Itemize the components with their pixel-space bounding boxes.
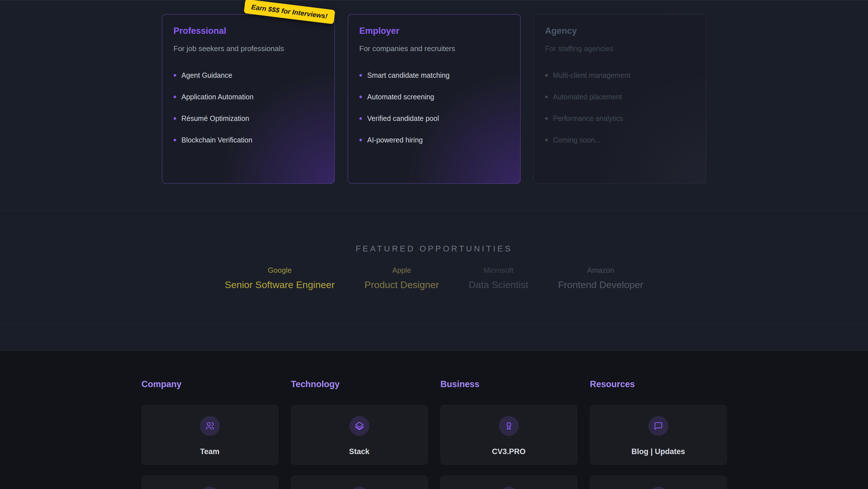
bullet-icon xyxy=(360,139,362,141)
plan-subtitle: For staffing agencies xyxy=(545,44,695,54)
section-spacer xyxy=(0,324,868,351)
job-company: Google xyxy=(225,266,335,275)
footer-card-team[interactable]: Team xyxy=(142,405,278,465)
plan-feature: Agent Guidance xyxy=(174,71,323,80)
footer-heading: Resources xyxy=(590,379,727,390)
job-company: Amazon xyxy=(558,266,643,275)
plan-feature: AI-powered hiring xyxy=(360,136,509,144)
footer-card-partial[interactable] xyxy=(142,476,278,489)
plan-feature-label: Smart candidate matching xyxy=(367,71,450,80)
bullet-icon xyxy=(545,117,548,120)
job-title: Frontend Developer xyxy=(558,279,643,290)
plan-feature: Multi-client management xyxy=(545,71,695,80)
plan-card-professional[interactable]: Earn $$$ for Interviews! Professional Fo… xyxy=(162,14,335,183)
plan-feature-label: AI-powered hiring xyxy=(367,136,423,144)
plan-feature: Blockchain Verification xyxy=(174,136,323,144)
footer-column-business: Business CV3.PRO xyxy=(440,379,577,489)
icon-circle xyxy=(349,487,369,489)
featured-heading: FEATURED OPPORTUNITIES xyxy=(0,210,868,254)
job-company: Apple xyxy=(365,266,439,275)
footer-section: Company Team Technology xyxy=(0,351,868,489)
layers-icon xyxy=(355,422,364,431)
footer-card-cv3pro[interactable]: CV3.PRO xyxy=(440,405,577,465)
plan-feature-label: Agent Guidance xyxy=(182,71,232,80)
users-icon xyxy=(205,422,214,431)
bullet-icon xyxy=(360,74,362,77)
job-item-google[interactable]: Google Senior Software Engineer xyxy=(225,266,335,290)
plan-feature-label: Multi-client management xyxy=(553,71,630,80)
bullet-icon xyxy=(174,139,176,141)
plan-feature-label: Application Automation xyxy=(182,93,254,101)
footer-card-partial[interactable] xyxy=(440,476,577,489)
icon-circle xyxy=(499,487,519,489)
plan-title: Agency xyxy=(545,25,695,37)
plan-feature-label: Coming soon... xyxy=(553,136,601,144)
bullet-icon xyxy=(174,74,176,77)
plan-feature-label: Blockchain Verification xyxy=(182,136,252,144)
plan-feature: Automated screening xyxy=(360,93,509,101)
bullet-icon xyxy=(174,96,176,98)
footer-card-blog[interactable]: Blog | Updates xyxy=(590,405,727,465)
message-icon xyxy=(654,422,663,431)
plan-feature-label: Automated screening xyxy=(367,93,434,101)
footer-column-technology: Technology Stack xyxy=(291,379,428,489)
job-company: Microsoft xyxy=(469,266,528,275)
plan-feature-label: Automated placement xyxy=(553,93,622,101)
job-title: Data Scientist xyxy=(469,279,528,290)
bullet-icon xyxy=(360,117,362,120)
plan-feature: Verified candidate pool xyxy=(360,114,509,123)
page: Earn $$$ for Interviews! Professional Fo… xyxy=(0,0,868,489)
plan-feature-label: Verified candidate pool xyxy=(367,114,439,123)
job-item-apple[interactable]: Apple Product Designer xyxy=(365,266,439,290)
plan-feature: Automated placement xyxy=(545,93,695,101)
plan-feature-list: Agent Guidance Application Automation Ré… xyxy=(174,71,323,144)
icon-circle xyxy=(349,416,369,436)
footer-card-label: Team xyxy=(142,447,278,456)
plan-feature: Résumé Optimization xyxy=(174,114,323,123)
plan-subtitle: For companies and recruiters xyxy=(360,44,509,54)
footer-heading: Company xyxy=(142,379,278,390)
icon-circle xyxy=(200,416,220,436)
footer-card-label: Blog | Updates xyxy=(590,447,726,456)
plan-card-employer[interactable]: Employer For companies and recruiters Sm… xyxy=(348,14,521,183)
plan-feature-list: Multi-client management Automated placem… xyxy=(545,71,695,144)
plan-title: Employer xyxy=(360,25,509,37)
plan-subtitle: For job seekers and professionals xyxy=(174,44,323,54)
plan-feature: Coming soon... xyxy=(545,136,695,144)
earn-badge: Earn $$$ for Interviews! xyxy=(244,0,335,24)
footer-card-partial[interactable] xyxy=(590,476,727,489)
footer-card-stack[interactable]: Stack xyxy=(291,405,428,465)
featured-opportunities-section: FEATURED OPPORTUNITIES Google Senior Sof… xyxy=(0,210,868,324)
job-item-amazon[interactable]: Amazon Frontend Developer xyxy=(558,266,643,290)
job-item-microsoft[interactable]: Microsoft Data Scientist xyxy=(469,266,528,290)
bullet-icon xyxy=(545,139,548,141)
plans-section: Earn $$$ for Interviews! Professional Fo… xyxy=(0,0,868,210)
job-title: Senior Software Engineer xyxy=(225,279,335,290)
bullet-icon xyxy=(174,117,176,120)
footer-heading: Technology xyxy=(291,379,428,390)
plan-feature-list: Smart candidate matching Automated scree… xyxy=(360,71,509,144)
plans-row: Earn $$$ for Interviews! Professional Fo… xyxy=(0,0,868,183)
footer-grid: Company Team Technology xyxy=(143,379,726,489)
plan-feature: Performance analytics xyxy=(545,114,695,123)
bullet-icon xyxy=(545,74,548,77)
job-title: Product Designer xyxy=(365,279,439,290)
icon-circle xyxy=(648,487,668,489)
icon-circle xyxy=(499,416,519,436)
footer-card-partial[interactable] xyxy=(291,476,428,489)
award-icon xyxy=(504,422,514,431)
plan-feature-label: Résumé Optimization xyxy=(182,114,249,123)
plan-feature: Application Automation xyxy=(174,93,323,101)
icon-circle xyxy=(648,416,668,436)
footer-card-label: Stack xyxy=(291,447,428,456)
bullet-icon xyxy=(545,96,548,98)
footer-card-label: CV3.PRO xyxy=(441,447,577,456)
plan-feature: Smart candidate matching xyxy=(360,71,509,80)
footer-heading: Business xyxy=(440,379,577,390)
plan-title: Professional xyxy=(174,25,323,37)
footer-column-company: Company Team xyxy=(142,379,278,489)
bullet-icon xyxy=(360,96,362,98)
featured-jobs-row: Google Senior Software Engineer Apple Pr… xyxy=(0,266,868,290)
plan-card-agency: Agency For staffing agencies Multi-clien… xyxy=(533,14,706,183)
footer-column-resources: Resources Blog | Updates xyxy=(590,379,727,489)
